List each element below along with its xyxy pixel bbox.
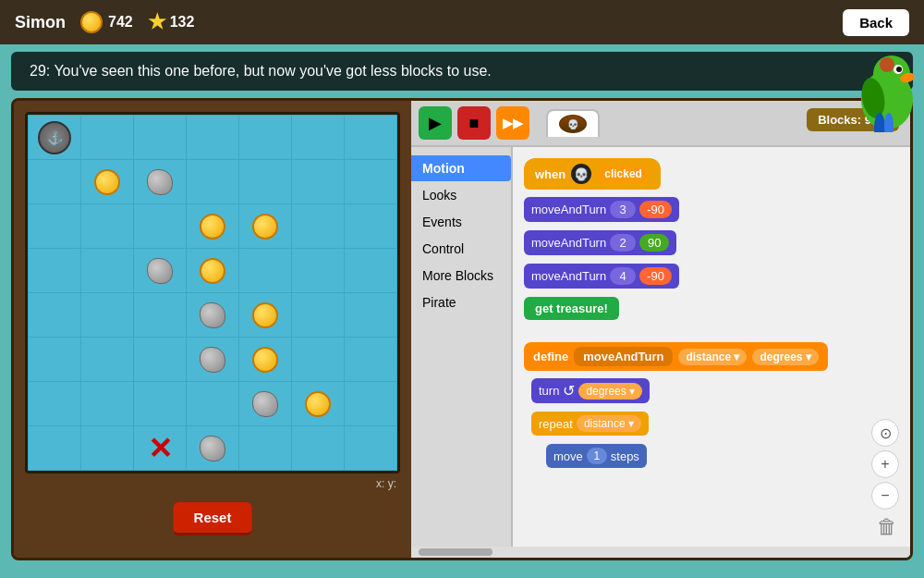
category-more-blocks[interactable]: More Blocks [411, 263, 511, 289]
stop-button[interactable]: ■ [457, 106, 491, 140]
zoom-reset-button[interactable]: ⊙ [871, 419, 899, 447]
move-turn-3-num[interactable]: 4 [610, 267, 636, 285]
code-area[interactable]: when 💀 clicked moveAndTurn 3 -90 [513, 147, 910, 547]
when-clicked-block[interactable]: when 💀 clicked [524, 158, 661, 190]
coins-value: 742 [108, 14, 133, 31]
define-block-row: define moveAndTurn distance ▾ degrees ▾ [524, 342, 899, 373]
category-looks[interactable]: Looks [411, 182, 511, 208]
move-turn-2-deg[interactable]: 90 [639, 234, 669, 252]
move-steps-num[interactable]: 1 [587, 448, 607, 464]
cell [81, 116, 133, 159]
turn-block[interactable]: turn ↺ degrees ▾ [531, 378, 650, 403]
zoom-out-button[interactable]: − [871, 482, 899, 510]
coins-badge: 742 [80, 11, 133, 33]
scrollbar[interactable] [411, 547, 910, 558]
xy-coordinates: x: y: [14, 473, 411, 494]
cell [239, 204, 291, 248]
move-turn-1-deg[interactable]: -90 [639, 201, 672, 218]
category-pirate[interactable]: Pirate [411, 289, 511, 315]
zoom-in-icon: + [881, 456, 889, 473]
get-treasure-block[interactable]: get treasure! [524, 297, 619, 320]
hat-block-row: when 💀 clicked [524, 158, 899, 191]
define-block[interactable]: define moveAndTurn distance ▾ degrees ▾ [524, 342, 828, 371]
cell [292, 426, 344, 470]
cell [81, 338, 133, 381]
move-block[interactable]: move 1 steps [546, 444, 647, 468]
cell [81, 426, 133, 470]
rock-item [147, 258, 173, 284]
sprite-tab[interactable]: 💀 [546, 109, 600, 137]
table-row [29, 293, 397, 338]
cell [345, 116, 396, 159]
table-row [29, 160, 397, 204]
cell [345, 204, 396, 248]
zoom-controls: ⊙ + − [871, 419, 899, 510]
categories-panel: Motion Looks Events Control More Blocks … [411, 147, 513, 547]
back-button[interactable]: Back [843, 9, 909, 36]
cell [187, 293, 238, 337]
cell [81, 382, 133, 425]
define-area: define moveAndTurn distance ▾ degrees ▾ … [524, 342, 899, 468]
table-row: ✕ [29, 426, 397, 471]
cell [187, 116, 238, 159]
move-and-turn-1[interactable]: moveAndTurn 3 -90 [524, 197, 679, 222]
cell [345, 293, 396, 337]
pirate-character: ⚓ [38, 121, 71, 154]
move-turn-2-num[interactable]: 2 [610, 234, 636, 252]
cell [239, 249, 291, 292]
move-turn-1-num[interactable]: 3 [610, 201, 636, 218]
cell: ⚓ [29, 116, 80, 159]
cell [134, 160, 186, 203]
repeat-distance-param[interactable]: distance ▾ [577, 415, 641, 432]
stars-value: 132 [170, 14, 195, 31]
table-row [29, 204, 397, 249]
cell [134, 382, 186, 425]
cell [134, 293, 186, 337]
cell [187, 382, 238, 425]
cell [29, 293, 80, 337]
rock-item [252, 391, 278, 417]
reset-button[interactable]: Reset [174, 502, 252, 535]
cell [239, 160, 291, 203]
move-turn-3-deg[interactable]: -90 [639, 267, 672, 285]
cell [292, 293, 344, 337]
scroll-thumb[interactable] [419, 548, 492, 556]
username: Simon [15, 13, 66, 32]
cell: ✕ [134, 426, 186, 470]
turn-degrees-param[interactable]: degrees ▾ [578, 383, 642, 400]
trash-icon[interactable]: 🗑 [877, 515, 897, 539]
zoom-in-button[interactable]: + [871, 450, 899, 478]
param-distance[interactable]: distance ▾ [678, 349, 747, 365]
coin-item [252, 302, 278, 328]
move-turn-2-label: moveAndTurn [531, 236, 606, 250]
repeat-block[interactable]: repeat distance ▾ [531, 412, 649, 436]
move-steps-label: steps [611, 449, 639, 463]
stars-badge: ★ 132 [148, 10, 195, 34]
main-panel: ⚓ [11, 98, 913, 560]
cell [345, 160, 396, 203]
middle-section: Motion Looks Events Control More Blocks … [411, 147, 910, 547]
move-and-turn-3[interactable]: moveAndTurn 4 -90 [524, 264, 679, 289]
skull-badge: 💀 [571, 164, 591, 184]
category-control[interactable]: Control [411, 236, 511, 262]
cell [29, 426, 80, 470]
cell [292, 204, 344, 248]
table-row [29, 382, 397, 426]
fast-button[interactable]: ▶▶ [496, 106, 529, 140]
coin-item [252, 214, 278, 240]
cell [345, 249, 396, 292]
cell [239, 293, 291, 337]
param-degrees[interactable]: degrees ▾ [752, 349, 818, 365]
category-motion[interactable]: Motion [411, 155, 511, 181]
move-label: move [553, 449, 583, 463]
cell [345, 382, 396, 425]
move-and-turn-2[interactable]: moveAndTurn 2 90 [524, 230, 676, 255]
cell [187, 204, 238, 248]
run-button[interactable]: ▶ [419, 106, 452, 140]
category-events[interactable]: Events [411, 209, 511, 235]
cell [345, 426, 396, 470]
zoom-out-icon: − [881, 487, 889, 504]
cell [81, 293, 133, 337]
repeat-label: repeat [539, 417, 573, 431]
repeat-block-row: repeat distance ▾ [524, 412, 899, 438]
